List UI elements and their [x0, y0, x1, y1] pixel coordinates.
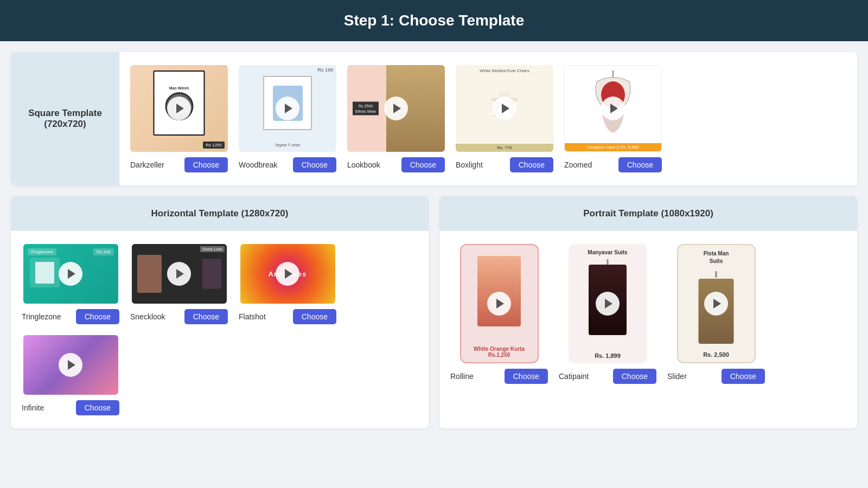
- rolline-name-row: Rolline Choose: [450, 369, 548, 384]
- choose-button-flatshot[interactable]: Choose: [293, 309, 336, 324]
- thumb-boxlight[interactable]: White Molded Evie Chairs Rs. 770: [456, 65, 553, 152]
- portrait-section-title: Portrait Template (1080x1920): [451, 208, 845, 219]
- thumb-slider[interactable]: Pista Man Suits Rs. 2,500: [677, 244, 756, 363]
- template-card-rolline: White Orange Kurta Rs.1,250 Rolline Choo…: [450, 244, 548, 384]
- template-card-catipaint: Manyavar Suits Rs. 1,899 Catipaint Choos…: [559, 244, 656, 384]
- bottom-row: Horizontal Template (1280x720) Tringlezo…: [11, 196, 857, 428]
- play-icon-woodbreak[interactable]: [276, 97, 299, 120]
- play-icon-lookbook[interactable]: [384, 97, 408, 120]
- darkzeller-name-row: Darkzeller Choose: [130, 157, 228, 172]
- play-icon-flatshot[interactable]: [276, 262, 299, 286]
- thumb-catipaint[interactable]: Manyavar Suits Rs. 1,899: [569, 244, 647, 363]
- play-icon-infinite[interactable]: [59, 353, 82, 377]
- snecklook-name-row: Snecklook Choose: [130, 309, 228, 324]
- woodbreak-name-row: Woodbreak Choose: [239, 157, 336, 172]
- choose-button-rolline[interactable]: Choose: [505, 369, 548, 384]
- darkzeller-label: Darkzeller: [130, 160, 164, 169]
- square-template-section: Square Template (720x720) Man Welsh Rs 1…: [11, 52, 857, 185]
- snecklook-label: Snecklook: [130, 312, 165, 321]
- square-section-title: Square Template (720x720): [22, 108, 108, 130]
- play-icon-darkzeller[interactable]: [167, 97, 191, 120]
- play-icon-snecklook[interactable]: [167, 262, 191, 286]
- template-card-lookbook: Rs 2500 Ethnic Wear Lookbook Choose: [347, 65, 445, 172]
- play-icon-tringlezone[interactable]: [59, 262, 82, 286]
- choose-button-catipaint[interactable]: Choose: [613, 369, 656, 384]
- boxlight-label: Boxlight: [456, 160, 483, 169]
- template-card-tringlezone: Tringlezone Rs.149 Tringlezone Choose: [22, 244, 119, 324]
- play-icon-boxlight[interactable]: [493, 97, 516, 120]
- square-templates-grid: Man Welsh Rs 1250 Darkzeller Choose Rs 1…: [119, 52, 857, 185]
- play-icon-catipaint[interactable]: [596, 292, 620, 316]
- tringlezone-name-row: Tringlezone Choose: [22, 309, 119, 324]
- thumb-tringlezone[interactable]: Tringlezone Rs.149: [23, 244, 118, 304]
- play-icon-zoomed[interactable]: [601, 97, 625, 120]
- horizontal-templates-grid: Tringlezone Rs.149 Tringlezone Choose: [11, 231, 429, 428]
- zoomed-name-row: Zoomed Choose: [564, 157, 662, 172]
- square-section-label: Square Template (720x720): [11, 52, 119, 185]
- template-card-boxlight: White Molded Evie Chairs Rs. 770: [456, 65, 553, 172]
- thumb-zoomed[interactable]: Designer cane || Rs. 5,999: [564, 65, 662, 152]
- template-card-zoomed: Designer cane || Rs. 5,999 Zoomed Choose: [564, 65, 662, 172]
- thumb-flatshot[interactable]: Anarisses: [240, 244, 335, 304]
- horizontal-section-title: Horizontal Template (1280x720): [23, 208, 417, 219]
- thumb-lookbook[interactable]: Rs 2500 Ethnic Wear: [347, 65, 445, 152]
- choose-button-darkzeller[interactable]: Choose: [184, 157, 228, 172]
- template-card-darkzeller: Man Welsh Rs 1250 Darkzeller Choose: [130, 65, 228, 172]
- woodbreak-label: Woodbreak: [239, 160, 277, 169]
- catipaint-label: Catipaint: [559, 372, 589, 381]
- portrait-template-section: Portrait Template (1080x1920) White Oran…: [439, 196, 857, 428]
- choose-button-slider[interactable]: Choose: [722, 369, 765, 384]
- choose-button-infinite[interactable]: Choose: [76, 400, 119, 415]
- thumb-infinite[interactable]: Flat ies: [23, 335, 118, 395]
- rolline-label: Rolline: [450, 372, 474, 381]
- horizontal-template-section: Horizontal Template (1280x720) Tringlezo…: [11, 196, 429, 428]
- template-card-snecklook: Sneck Look Snecklook Choose: [130, 244, 228, 324]
- thumb-woodbreak[interactable]: Rs 199 Stylist T-shirt: [239, 65, 336, 152]
- zoomed-label: Zoomed: [564, 160, 592, 169]
- tringlezone-label: Tringlezone: [22, 312, 61, 321]
- horizontal-section-header: Horizontal Template (1280x720): [11, 196, 429, 231]
- choose-button-tringlezone[interactable]: Choose: [76, 309, 119, 324]
- template-card-woodbreak: Rs 199 Stylist T-shirt Woodbreak Choose: [239, 65, 336, 172]
- choose-button-lookbook[interactable]: Choose: [401, 157, 445, 172]
- main-content: Square Template (720x720) Man Welsh Rs 1…: [0, 41, 868, 439]
- slider-name-row: Slider Choose: [667, 369, 765, 384]
- portrait-section-header: Portrait Template (1080x1920): [439, 196, 857, 231]
- thumb-rolline[interactable]: White Orange Kurta Rs.1,250: [460, 244, 539, 363]
- catipaint-name-row: Catipaint Choose: [559, 369, 656, 384]
- boxlight-name-row: Boxlight Choose: [456, 157, 553, 172]
- choose-button-zoomed[interactable]: Choose: [618, 157, 662, 172]
- choose-button-woodbreak[interactable]: Choose: [293, 157, 336, 172]
- template-card-infinite: Flat ies Infinite Choose: [22, 335, 119, 415]
- lookbook-label: Lookbook: [347, 160, 380, 169]
- lookbook-name-row: Lookbook Choose: [347, 157, 445, 172]
- thumb-snecklook[interactable]: Sneck Look: [132, 244, 227, 304]
- infinite-name-row: Infinite Choose: [22, 400, 119, 415]
- page-title: Step 1: Choose Template: [12, 12, 856, 29]
- choose-button-boxlight[interactable]: Choose: [510, 157, 553, 172]
- choose-button-snecklook[interactable]: Choose: [184, 309, 228, 324]
- portrait-templates-grid: White Orange Kurta Rs.1,250 Rolline Choo…: [439, 231, 857, 397]
- play-icon-slider[interactable]: [704, 292, 728, 316]
- infinite-label: Infinite: [22, 403, 44, 412]
- play-icon-rolline[interactable]: [487, 292, 511, 316]
- flatshot-label: Flatshot: [239, 312, 266, 321]
- template-card-flatshot: Anarisses Flatshot Choose: [239, 244, 336, 324]
- template-card-slider: Pista Man Suits Rs. 2,500 Slider Choose: [667, 244, 765, 384]
- thumb-darkzeller[interactable]: Man Welsh Rs 1250: [130, 65, 228, 152]
- slider-label: Slider: [667, 372, 687, 381]
- page-header: Step 1: Choose Template: [0, 0, 868, 41]
- flatshot-name-row: Flatshot Choose: [239, 309, 336, 324]
